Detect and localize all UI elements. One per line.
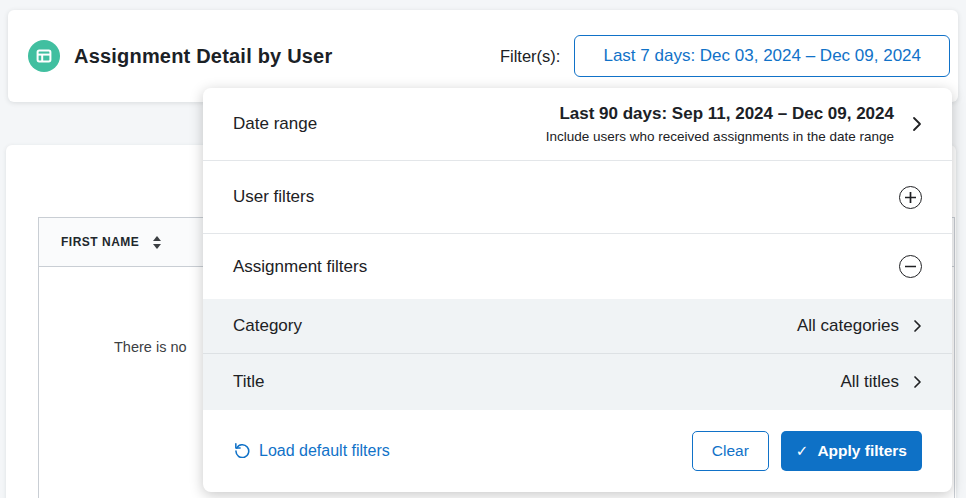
filters-label: Filter(s): [500, 47, 561, 66]
restore-icon [233, 441, 250, 462]
filters-panel: Date range Last 90 days: Sep 11, 2024 – … [203, 88, 952, 492]
category-label: Category [233, 316, 302, 336]
category-filter-row[interactable]: Category All categories [203, 299, 952, 353]
empty-state-text: There is no [114, 339, 187, 355]
chevron-right-icon [912, 116, 922, 132]
minus-circle-icon[interactable] [899, 255, 922, 278]
date-range-filter-button[interactable]: Last 7 days: Dec 03, 2024 – Dec 09, 2024 [574, 35, 950, 77]
title-value: All titles [840, 372, 899, 392]
apply-filters-button[interactable]: ✓ Apply filters [781, 431, 922, 471]
clear-button[interactable]: Clear [692, 431, 769, 471]
load-default-filters-link[interactable]: Load default filters [233, 441, 390, 462]
page-title: Assignment Detail by User [74, 45, 332, 68]
date-range-label: Date range [233, 114, 317, 134]
column-label: FIRST NAME [61, 235, 139, 249]
assignment-filters-label: Assignment filters [233, 257, 367, 277]
sort-icon [153, 236, 161, 249]
title-label: Title [233, 372, 265, 392]
plus-circle-icon[interactable] [899, 186, 922, 209]
panel-footer: Load default filters Clear ✓ Apply filte… [203, 410, 952, 492]
chevron-right-icon [913, 375, 922, 389]
user-filters-row[interactable]: User filters [203, 161, 952, 233]
assignment-filters-row[interactable]: Assignment filters [203, 234, 952, 299]
user-filters-label: User filters [233, 187, 314, 207]
column-header-first-name[interactable]: FIRST NAME [39, 235, 161, 249]
report-icon [28, 40, 60, 72]
filter-area: Filter(s): Last 7 days: Dec 03, 2024 – D… [500, 35, 950, 77]
check-icon: ✓ [796, 442, 809, 460]
title-filter-row[interactable]: Title All titles [203, 354, 952, 410]
chevron-right-icon [913, 319, 922, 333]
category-value: All categories [797, 316, 899, 336]
date-range-row[interactable]: Date range Last 90 days: Sep 11, 2024 – … [203, 88, 952, 160]
date-range-value: Last 90 days: Sep 11, 2024 – Dec 09, 202… [546, 104, 894, 124]
date-range-subtitle: Include users who received assignments i… [546, 129, 894, 144]
